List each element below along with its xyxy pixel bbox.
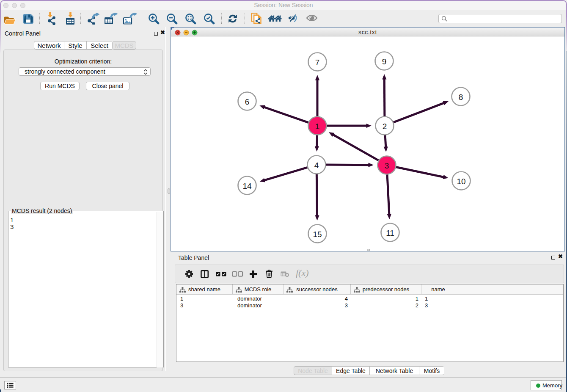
svg-text:9: 9: [382, 57, 387, 66]
svg-text:11: 11: [386, 229, 394, 237]
svg-text:8: 8: [459, 93, 463, 102]
svg-text:7: 7: [315, 58, 320, 67]
svg-text:6: 6: [245, 97, 250, 106]
svg-text:1: 1: [315, 122, 320, 131]
svg-text:10: 10: [457, 177, 465, 186]
svg-text:3: 3: [385, 161, 389, 170]
svg-text:2: 2: [383, 122, 387, 131]
svg-text:4: 4: [314, 161, 319, 170]
svg-text:14: 14: [242, 182, 252, 190]
svg-text:15: 15: [313, 230, 322, 239]
